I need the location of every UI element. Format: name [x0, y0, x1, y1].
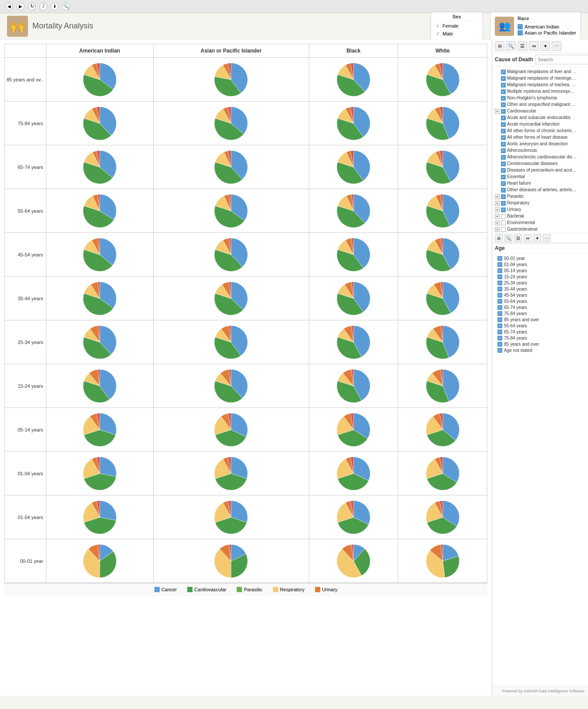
pie-cell[interactable] [46, 320, 153, 364]
pie-cell[interactable] [398, 189, 487, 233]
cause-bottom-search[interactable]: 🔍 [504, 234, 512, 242]
cause-zoom-in-btn[interactable]: 🔍 [506, 41, 516, 51]
pie-cell[interactable] [398, 539, 487, 583]
pie-cell[interactable] [309, 408, 398, 452]
pie-cell[interactable] [398, 58, 487, 102]
cause-bottom-clear[interactable]: ✦ [533, 234, 541, 242]
pie-cell[interactable] [398, 233, 487, 277]
nav-back-icon[interactable]: ◀ [5, 3, 13, 11]
pie-cell[interactable] [46, 408, 153, 452]
pie-cell[interactable] [46, 58, 153, 102]
pie-cell[interactable] [309, 102, 398, 145]
pie-cell[interactable] [153, 495, 309, 539]
pie-cell[interactable] [46, 452, 153, 495]
age-item[interactable]: ✓85 years and over [495, 317, 585, 323]
pie-cell[interactable] [46, 102, 153, 145]
zoom-icon[interactable]: 🔍 [62, 3, 70, 11]
cause-item[interactable]: ✓Acute and subacute endocarditis [495, 115, 585, 121]
cause-item[interactable]: ✓Aortic aneurysm and dissection [495, 141, 585, 147]
cause-item[interactable]: ✓Essential [495, 174, 585, 180]
cause-item[interactable]: ✓All other forms of heart disease [495, 134, 585, 140]
age-item[interactable]: ✓15-24 years [495, 274, 585, 280]
pie-cell[interactable] [46, 277, 153, 320]
pie-cell[interactable] [398, 145, 487, 189]
pie-cell[interactable] [309, 189, 398, 233]
age-item[interactable]: ✓05-14 years [495, 268, 585, 274]
cause-expand-btn[interactable]: ⇔ [529, 41, 539, 51]
pie-cell[interactable] [46, 364, 153, 408]
cause-item[interactable]: ✓Heart failure [495, 180, 585, 186]
age-item[interactable]: ✓45-54 years [495, 292, 585, 298]
pie-cell[interactable] [309, 539, 398, 583]
pie-cell[interactable] [309, 495, 398, 539]
pie-cell[interactable] [153, 452, 309, 495]
pie-cell[interactable] [46, 539, 153, 583]
cause-item[interactable]: ✓Cerebrovascular diseases [495, 161, 585, 167]
cause-bottom-list[interactable]: ☰ [514, 234, 522, 242]
pie-cell[interactable] [153, 320, 309, 364]
pie-cell[interactable] [309, 320, 398, 364]
cause-list-btn[interactable]: ☰ [518, 41, 527, 51]
cause-item[interactable]: +✓Cardiovascular [495, 108, 585, 114]
cause-item[interactable]: ✓Malignant neoplasms of liver and intrah… [495, 69, 585, 75]
sex-female-item[interactable]: ♀ Female [435, 22, 478, 29]
cause-bottom-zoom-out[interactable]: ⊖ [495, 234, 503, 242]
age-item[interactable]: ✓55-64 years [495, 298, 585, 304]
sex-male-item[interactable]: ♂ Male [435, 30, 478, 37]
share-icon[interactable]: ⤴ [39, 3, 47, 11]
age-item[interactable]: ✓00-01 year [495, 256, 585, 261]
age-item[interactable]: ✓25-34 years [495, 280, 585, 286]
cause-item[interactable]: ✓Multiple myeloma and immunoproliferativ… [495, 88, 585, 95]
pie-cell[interactable] [398, 364, 487, 408]
cause-more-btn[interactable]: ⋯ [552, 41, 561, 51]
pie-cell[interactable] [46, 495, 153, 539]
age-item[interactable]: ✓Age not stated [495, 347, 585, 353]
pie-cell[interactable] [153, 408, 309, 452]
age-item[interactable]: ✓35-44 years [495, 286, 585, 292]
age-item[interactable]: ✓65-74 years [495, 329, 585, 335]
cause-item[interactable]: +✓Parasitic [495, 193, 585, 200]
cause-item[interactable]: ✓Diseases of pericardium and acute myoca… [495, 167, 585, 173]
pie-cell[interactable] [309, 58, 398, 102]
cause-item[interactable]: ✓Other diseases of arteries, arterioles … [495, 187, 585, 193]
cause-item[interactable]: +Environmental [495, 220, 585, 226]
age-item[interactable]: ✓65-74 years [495, 305, 585, 310]
cause-clear-btn[interactable]: ✦ [540, 41, 550, 51]
pie-cell[interactable] [46, 233, 153, 277]
pie-cell[interactable] [398, 452, 487, 495]
pie-cell[interactable] [153, 539, 309, 583]
race-asian-item[interactable]: Asian or Pacific Islander [518, 30, 576, 35]
age-item[interactable]: ✓01-04 years [495, 262, 585, 267]
pie-cell[interactable] [309, 364, 398, 408]
cause-zoom-out-btn[interactable]: ⊖ [495, 41, 504, 51]
pie-cell[interactable] [153, 145, 309, 189]
cause-item[interactable]: ✓Atherosclerosis [495, 147, 585, 154]
pie-cell[interactable] [309, 145, 398, 189]
pie-cell[interactable] [398, 320, 487, 364]
age-item[interactable]: ✓55-64 years [495, 323, 585, 329]
race-american-item[interactable]: American Indian [518, 24, 576, 29]
pie-cell[interactable] [153, 189, 309, 233]
pie-cell[interactable] [153, 58, 309, 102]
nav-forward-icon[interactable]: ▶ [17, 3, 24, 11]
cause-bottom-expand[interactable]: ⇔ [524, 234, 532, 242]
cause-item[interactable]: ✓Non-Hodgkin's lymphoma [495, 95, 585, 101]
pie-cell[interactable] [153, 364, 309, 408]
cause-item[interactable]: ✓Malignant neoplasms of trachea, bronchu… [495, 82, 585, 88]
pie-cell[interactable] [398, 408, 487, 452]
cause-item[interactable]: ✓Other and unspecified malignant neoplas… [495, 102, 585, 108]
pie-cell[interactable] [46, 189, 153, 233]
pie-cell[interactable] [309, 452, 398, 495]
cause-item[interactable]: +Bacterial [495, 213, 585, 219]
download-icon[interactable]: ⬇ [51, 3, 59, 11]
pie-cell[interactable] [398, 102, 487, 145]
cause-item[interactable]: ✓Acute myocardial infarction [495, 121, 585, 127]
pie-cell[interactable] [309, 233, 398, 277]
age-item[interactable]: ✓85 years and over [495, 341, 585, 347]
pie-cell[interactable] [46, 145, 153, 189]
pie-cell[interactable] [153, 233, 309, 277]
cause-search-input[interactable] [536, 55, 588, 64]
cause-bottom-more[interactable]: ⋯ [543, 234, 551, 242]
pie-cell[interactable] [398, 495, 487, 539]
pie-cell[interactable] [153, 277, 309, 320]
